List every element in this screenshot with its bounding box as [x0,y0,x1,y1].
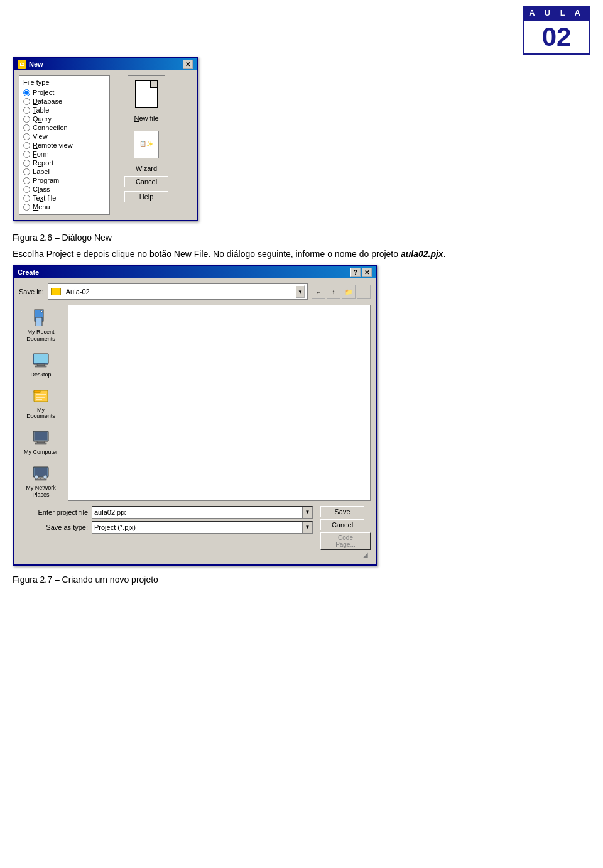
save-as-arrow[interactable]: ▼ [302,522,312,533]
create-bottom: Enter project file aula02.pjx ▼ Save as … [19,506,371,550]
desktop-icon [31,350,51,370]
radio-query-input[interactable] [23,116,30,123]
svg-rect-13 [35,432,47,440]
description-1: Escolha Project e depois clique no botão… [13,248,590,261]
radio-remote-view-input[interactable] [23,142,30,149]
up-btn[interactable]: ↑ [327,285,340,299]
aula-label: A U L A [523,6,590,19]
back-btn[interactable]: ← [312,285,325,299]
radio-project[interactable]: Project [23,89,106,96]
save-as-dropdown[interactable]: Project (*.pjx) ▼ [92,521,313,534]
radio-table[interactable]: Table [23,106,106,114]
radio-view[interactable]: View [23,133,106,140]
radio-connection[interactable]: Connection [23,124,106,131]
radio-database-input[interactable] [23,98,30,105]
create-form-area: Enter project file aula02.pjx ▼ Save as … [19,506,313,534]
save-button[interactable]: Save [320,506,364,517]
save-in-label: Save in: [19,288,44,295]
radio-menu[interactable]: Menu [23,203,106,211]
action-buttons: Save Cancel Code Page... [320,506,371,550]
svg-rect-19 [35,479,46,480]
folder-name: Aula-02 [63,288,293,295]
svg-rect-5 [35,366,46,367]
radio-form-input[interactable] [23,151,30,158]
nav-my-documents[interactable]: MyDocuments [19,383,63,423]
radio-query[interactable]: Query [23,115,106,123]
cancel-create-button[interactable]: Cancel [320,519,364,530]
help-titlebar-btn[interactable]: ? [350,268,361,277]
radio-view-input[interactable] [23,133,30,140]
project-name: aula02.pjx [401,249,443,259]
save-as-label: Save as type: [19,524,88,531]
new-file-icon-box[interactable] [128,75,165,113]
radio-table-input[interactable] [23,107,30,114]
resize-handle: ◢ [19,550,371,559]
svg-rect-6 [34,354,48,363]
nav-network-places[interactable]: My NetworkPlaces [19,461,63,501]
svg-rect-15 [35,443,46,444]
help-button[interactable]: Help [124,191,168,202]
create-body: Save in: Aula-02 ▼ ← ↑ 📁 ☰ [14,278,376,564]
new-dialog-wrapper: 🗂 New ✕ File type Project Database [13,57,590,221]
svg-rect-4 [37,364,45,366]
radio-program[interactable]: Program [23,177,106,184]
project-filename-text: aula02.pjx [92,508,302,516]
aula-number: 02 [523,19,590,55]
network-label: My NetworkPlaces [26,485,56,498]
new-dialog-body: File type Project Database Table [14,70,197,220]
radio-text-file[interactable]: Text file [23,194,106,202]
nav-recent-documents[interactable]: My RecentDocuments [19,305,63,345]
svg-rect-17 [35,468,47,476]
code-page-button[interactable]: Code Page... [320,532,371,550]
svg-point-21 [43,475,47,479]
radio-project-input[interactable] [23,89,30,96]
project-filename-dropdown[interactable]: aula02.pjx ▼ [92,506,313,519]
radio-report[interactable]: Report [23,159,106,167]
radio-class-input[interactable] [23,186,30,193]
view-btn[interactable]: ☰ [357,285,371,299]
save-in-dropdown[interactable]: Aula-02 ▼ [48,283,308,300]
radio-text-file-input[interactable] [23,195,30,202]
svg-rect-8 [34,390,40,393]
radio-database[interactable]: Database [23,97,106,105]
nav-desktop[interactable]: Desktop [19,348,63,380]
nav-my-computer[interactable]: My Computer [19,425,63,458]
wizard-icon-box[interactable]: 📋✨ [128,126,165,163]
new-folder-btn[interactable]: 📁 [342,285,356,299]
radio-class[interactable]: Class [23,185,106,193]
file-type-label: File type [23,79,106,86]
save-in-arrow[interactable]: ▼ [296,285,305,298]
radio-label[interactable]: Label [23,168,106,175]
wizard-icon-area[interactable]: 📋✨ Wizard [128,126,165,172]
radio-form-label: Form [33,150,49,158]
svg-rect-11 [36,399,42,400]
radio-remote-view[interactable]: Remote view [23,141,106,149]
radio-text-file-label: Text file [33,194,56,202]
create-dialog: Create ? ✕ Save in: Aula-02 ▼ ← ↑ 📁 [13,265,377,566]
close-button[interactable]: ✕ [183,60,193,69]
cancel-button[interactable]: Cancel [124,176,168,187]
radio-report-label: Report [33,159,53,167]
main-area: My RecentDocuments Desktop [19,305,371,501]
folder-icon [51,288,61,295]
left-nav: My RecentDocuments Desktop [19,305,63,501]
new-dialog-title: New [29,60,43,68]
figure-label-2: Figura 2.7 – Criando um novo projeto [13,574,590,585]
my-computer-label: My Computer [24,449,58,456]
save-in-row: Save in: Aula-02 ▼ ← ↑ 📁 ☰ [19,283,371,300]
radio-connection-input[interactable] [23,124,30,131]
svg-rect-14 [37,441,45,443]
new-file-icon-area[interactable]: New file [128,75,165,122]
enter-project-label: Enter project file [19,508,88,516]
radio-menu-input[interactable] [23,204,30,211]
radio-report-input[interactable] [23,160,30,167]
radio-label-input[interactable] [23,168,30,175]
radio-form[interactable]: Form [23,150,106,158]
my-docs-label: MyDocuments [26,407,55,420]
project-filename-arrow[interactable]: ▼ [302,507,312,518]
radio-program-input[interactable] [23,177,30,184]
close-create-btn[interactable]: ✕ [362,268,372,277]
recent-docs-icon [31,307,51,327]
my-docs-icon [31,385,51,405]
description-text-1: Escolha Project e depois clique no botão… [13,249,398,259]
